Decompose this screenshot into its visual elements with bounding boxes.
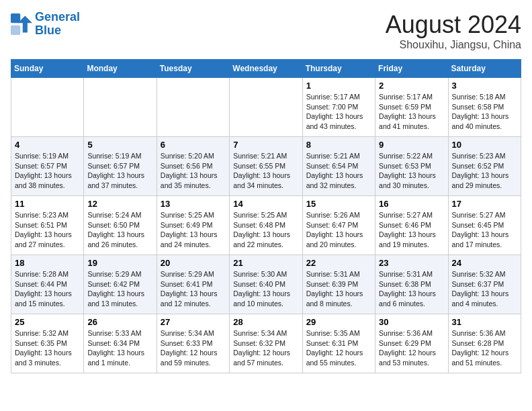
calendar-cell: 2Sunrise: 5:17 AM Sunset: 6:59 PM Daylig…	[375, 78, 448, 137]
logo-line1: General	[35, 10, 80, 24]
day-number: 23	[379, 258, 444, 268]
calendar-cell: 25Sunrise: 5:32 AM Sunset: 6:35 PM Dayli…	[11, 314, 84, 373]
cell-content: Sunrise: 5:17 AM Sunset: 7:00 PM Dayligh…	[306, 92, 371, 132]
cell-content: Sunrise: 5:34 AM Sunset: 6:33 PM Dayligh…	[161, 328, 226, 368]
day-number: 1	[306, 81, 371, 91]
logo-icon	[11, 13, 32, 35]
calendar-cell: 29Sunrise: 5:35 AM Sunset: 6:31 PM Dayli…	[302, 314, 375, 373]
calendar-cell: 24Sunrise: 5:32 AM Sunset: 6:37 PM Dayli…	[448, 255, 521, 314]
cell-content: Sunrise: 5:18 AM Sunset: 6:58 PM Dayligh…	[452, 92, 517, 132]
calendar-cell: 4Sunrise: 5:19 AM Sunset: 6:57 PM Daylig…	[11, 137, 84, 196]
calendar-cell: 20Sunrise: 5:29 AM Sunset: 6:41 PM Dayli…	[157, 255, 229, 314]
cell-content: Sunrise: 5:29 AM Sunset: 6:41 PM Dayligh…	[161, 269, 226, 309]
calendar-cell	[84, 78, 157, 137]
cell-content: Sunrise: 5:25 AM Sunset: 6:48 PM Dayligh…	[233, 210, 298, 250]
day-number: 19	[87, 258, 152, 268]
cell-content: Sunrise: 5:20 AM Sunset: 6:56 PM Dayligh…	[161, 151, 226, 191]
day-number: 20	[161, 258, 226, 268]
cell-content: Sunrise: 5:25 AM Sunset: 6:49 PM Dayligh…	[161, 210, 226, 250]
day-number: 4	[15, 140, 80, 150]
day-number: 29	[306, 317, 371, 327]
cell-content: Sunrise: 5:29 AM Sunset: 6:42 PM Dayligh…	[87, 269, 152, 309]
day-number: 26	[87, 317, 152, 327]
calendar-cell: 28Sunrise: 5:34 AM Sunset: 6:32 PM Dayli…	[230, 314, 302, 373]
calendar-cell	[230, 78, 302, 137]
logo: General Blue	[11, 11, 80, 38]
cell-content: Sunrise: 5:19 AM Sunset: 6:57 PM Dayligh…	[15, 151, 80, 191]
cell-content: Sunrise: 5:30 AM Sunset: 6:40 PM Dayligh…	[233, 269, 298, 309]
calendar-cell: 6Sunrise: 5:20 AM Sunset: 6:56 PM Daylig…	[157, 137, 229, 196]
calendar-cell: 26Sunrise: 5:33 AM Sunset: 6:34 PM Dayli…	[84, 314, 157, 373]
calendar-cell: 3Sunrise: 5:18 AM Sunset: 6:58 PM Daylig…	[448, 78, 521, 137]
cell-content: Sunrise: 5:26 AM Sunset: 6:47 PM Dayligh…	[306, 210, 371, 250]
day-number: 25	[15, 317, 80, 327]
calendar-cell: 21Sunrise: 5:30 AM Sunset: 6:40 PM Dayli…	[230, 255, 302, 314]
week-row-5: 25Sunrise: 5:32 AM Sunset: 6:35 PM Dayli…	[11, 314, 521, 373]
day-header-tuesday: Tuesday	[157, 60, 229, 78]
cell-content: Sunrise: 5:33 AM Sunset: 6:34 PM Dayligh…	[87, 328, 152, 368]
week-row-2: 4Sunrise: 5:19 AM Sunset: 6:57 PM Daylig…	[11, 137, 521, 196]
day-number: 6	[161, 140, 226, 150]
day-number: 11	[15, 199, 80, 209]
calendar-cell: 18Sunrise: 5:28 AM Sunset: 6:44 PM Dayli…	[11, 255, 84, 314]
page-title: August 2024	[386, 11, 521, 39]
day-number: 27	[161, 317, 226, 327]
cell-content: Sunrise: 5:22 AM Sunset: 6:53 PM Dayligh…	[379, 151, 444, 191]
page-subtitle: Shouxihu, Jiangsu, China	[386, 39, 521, 51]
day-header-sunday: Sunday	[11, 60, 84, 78]
day-number: 28	[233, 317, 298, 327]
day-header-saturday: Saturday	[448, 60, 521, 78]
day-number: 30	[379, 317, 444, 327]
day-number: 24	[452, 258, 517, 268]
day-header-wednesday: Wednesday	[230, 60, 302, 78]
days-header-row: SundayMondayTuesdayWednesdayThursdayFrid…	[11, 60, 521, 78]
cell-content: Sunrise: 5:27 AM Sunset: 6:46 PM Dayligh…	[379, 210, 444, 250]
week-row-4: 18Sunrise: 5:28 AM Sunset: 6:44 PM Dayli…	[11, 255, 521, 314]
cell-content: Sunrise: 5:23 AM Sunset: 6:52 PM Dayligh…	[452, 151, 517, 191]
svg-rect-3	[11, 26, 20, 35]
day-number: 21	[233, 258, 298, 268]
cell-content: Sunrise: 5:32 AM Sunset: 6:35 PM Dayligh…	[15, 328, 80, 368]
day-number: 16	[379, 199, 444, 209]
cell-content: Sunrise: 5:17 AM Sunset: 6:59 PM Dayligh…	[379, 92, 444, 132]
day-number: 13	[161, 199, 226, 209]
calendar-cell: 17Sunrise: 5:27 AM Sunset: 6:45 PM Dayli…	[448, 196, 521, 255]
cell-content: Sunrise: 5:32 AM Sunset: 6:37 PM Dayligh…	[452, 269, 517, 309]
calendar-cell: 30Sunrise: 5:36 AM Sunset: 6:29 PM Dayli…	[375, 314, 448, 373]
day-number: 31	[452, 317, 517, 327]
day-number: 17	[452, 199, 517, 209]
day-number: 7	[233, 140, 298, 150]
calendar-cell: 23Sunrise: 5:31 AM Sunset: 6:38 PM Dayli…	[375, 255, 448, 314]
cell-content: Sunrise: 5:19 AM Sunset: 6:57 PM Dayligh…	[87, 151, 152, 191]
calendar-cell: 15Sunrise: 5:26 AM Sunset: 6:47 PM Dayli…	[302, 196, 375, 255]
calendar-cell: 7Sunrise: 5:21 AM Sunset: 6:55 PM Daylig…	[230, 137, 302, 196]
cell-content: Sunrise: 5:36 AM Sunset: 6:28 PM Dayligh…	[452, 328, 517, 368]
day-header-friday: Friday	[375, 60, 448, 78]
day-header-thursday: Thursday	[302, 60, 375, 78]
cell-content: Sunrise: 5:24 AM Sunset: 6:50 PM Dayligh…	[87, 210, 152, 250]
cell-content: Sunrise: 5:23 AM Sunset: 6:51 PM Dayligh…	[15, 210, 80, 250]
calendar-table: SundayMondayTuesdayWednesdayThursdayFrid…	[11, 59, 521, 373]
cell-content: Sunrise: 5:31 AM Sunset: 6:39 PM Dayligh…	[306, 269, 371, 309]
calendar-cell: 9Sunrise: 5:22 AM Sunset: 6:53 PM Daylig…	[375, 137, 448, 196]
day-number: 12	[87, 199, 152, 209]
day-number: 10	[452, 140, 517, 150]
cell-content: Sunrise: 5:36 AM Sunset: 6:29 PM Dayligh…	[379, 328, 444, 368]
cell-content: Sunrise: 5:31 AM Sunset: 6:38 PM Dayligh…	[379, 269, 444, 309]
day-header-monday: Monday	[84, 60, 157, 78]
calendar-cell: 22Sunrise: 5:31 AM Sunset: 6:39 PM Dayli…	[302, 255, 375, 314]
cell-content: Sunrise: 5:34 AM Sunset: 6:32 PM Dayligh…	[233, 328, 298, 368]
cell-content: Sunrise: 5:21 AM Sunset: 6:55 PM Dayligh…	[233, 151, 298, 191]
calendar-cell: 27Sunrise: 5:34 AM Sunset: 6:33 PM Dayli…	[157, 314, 229, 373]
calendar-cell: 8Sunrise: 5:21 AM Sunset: 6:54 PM Daylig…	[302, 137, 375, 196]
day-number: 8	[306, 140, 371, 150]
day-number: 5	[87, 140, 152, 150]
logo-text: General Blue	[35, 11, 80, 38]
calendar-cell: 12Sunrise: 5:24 AM Sunset: 6:50 PM Dayli…	[84, 196, 157, 255]
calendar-cell	[11, 78, 84, 137]
day-number: 9	[379, 140, 444, 150]
week-row-1: 1Sunrise: 5:17 AM Sunset: 7:00 PM Daylig…	[11, 78, 521, 137]
calendar-cell: 10Sunrise: 5:23 AM Sunset: 6:52 PM Dayli…	[448, 137, 521, 196]
calendar-cell: 14Sunrise: 5:25 AM Sunset: 6:48 PM Dayli…	[230, 196, 302, 255]
calendar-cell	[157, 78, 229, 137]
